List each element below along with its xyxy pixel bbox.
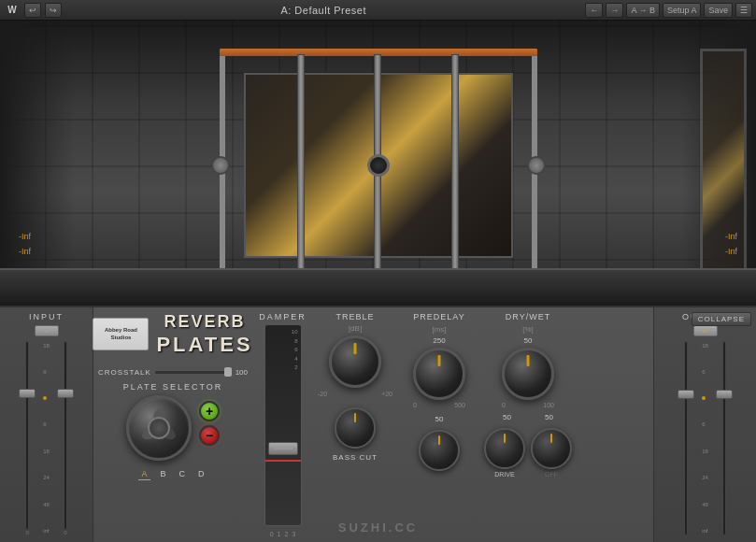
plate-selector-label: PLATE SELECTOR [123, 382, 223, 392]
input-fader-right: 0 [51, 341, 79, 535]
bass-cut-knob[interactable] [335, 407, 376, 449]
reverb-text: REVERB [156, 312, 252, 333]
vu-left: -Inf -Inf [19, 229, 31, 259]
analog-knob[interactable] [531, 428, 572, 469]
input-section: INPUT 0 18 6 6 18 24 48 inf [0, 307, 93, 542]
predelay-scale-right: 500 [454, 402, 465, 408]
plate-tab-a[interactable]: A [138, 468, 150, 480]
treble-unit: [dB] [349, 324, 362, 333]
damper-scale: 10 8 6 4 2 [268, 328, 298, 373]
room-floor [0, 268, 756, 306]
drywet-knob[interactable] [502, 348, 554, 400]
room-left-wall [0, 21, 75, 306]
predelay-unit: [ms] [432, 325, 446, 334]
input-link-button[interactable] [35, 325, 59, 336]
analog-knob-col: OFF [531, 428, 572, 478]
center-controls: Abbey Road Studios REVERB PLATES CROSSTA… [93, 307, 653, 542]
add-plate-button[interactable]: + [199, 401, 220, 421]
drywet-bottom-right: 50 [545, 413, 553, 421]
damper-fader[interactable]: 10 8 6 4 2 [264, 324, 302, 526]
treble-knob[interactable] [329, 335, 381, 388]
save-button[interactable]: Save [704, 3, 733, 18]
predelay-top-value: 250 [433, 336, 445, 345]
output-fader-right-track[interactable] [715, 341, 734, 535]
plate-tab-c[interactable]: C [177, 468, 189, 480]
crosstalk-row: CROSSTALK 100 [98, 368, 248, 377]
crosstalk-value: 100 [235, 368, 248, 377]
output-fader-left-track[interactable] [677, 341, 695, 535]
bass-cut-label: BASS CUT [333, 453, 378, 462]
plate-left-mount [211, 156, 230, 175]
output-fader-right-bg [722, 341, 726, 535]
plate-center-mount [367, 154, 390, 177]
output-fader-pair: 18 6 6 18 24 48 inf [670, 339, 740, 537]
plate-selector-knob[interactable] [126, 395, 192, 461]
output-fader-right-thumb[interactable] [716, 390, 733, 399]
drive-label: DRIVE [494, 471, 514, 478]
undo-button[interactable]: ↩ [24, 3, 41, 18]
top-bar-right: ← → A → B Setup A Save ☰ [585, 3, 752, 18]
output-section: OUTPUT 18 6 6 18 24 48 inf [653, 307, 756, 542]
remove-plate-button[interactable]: − [199, 425, 220, 446]
plate-frame [220, 49, 537, 282]
damper-redline [265, 460, 301, 462]
input-fader-right-bg [64, 341, 67, 530]
predelay-knobs: 0 500 [413, 348, 465, 408]
svg-point-0 [153, 409, 164, 428]
ab-button[interactable]: A → B [626, 3, 660, 18]
predelay-bottom-value: 50 [435, 415, 444, 423]
damper-section: DAMPER 10 8 6 4 2 0123 [252, 312, 313, 537]
input-fader-right-track[interactable] [56, 341, 75, 530]
abbey-road-line1: Abbey Road [105, 327, 137, 335]
room-visualization: -Inf -Inf -Inf -Inf [0, 21, 756, 306]
drywet-scale: 0 100 [502, 402, 554, 408]
plates-text: PLATES [156, 333, 252, 357]
output-fader-left [672, 341, 700, 535]
damper-label: DAMPER [259, 312, 307, 321]
predelay-knob[interactable] [413, 348, 465, 400]
drywet-section: DRY/WET [%] 50 0 100 50 50 DRIVE [486, 312, 570, 537]
drywet-unit: [%] [522, 325, 534, 334]
collapse-button[interactable]: COLLAPSE [692, 312, 751, 326]
predelay-fine-knob[interactable] [419, 430, 460, 471]
input-fader-left-track[interactable] [18, 341, 36, 530]
plate-tabs: A B C D [138, 468, 207, 480]
treble-section: TREBLE [dB] -20 +20 BASS CUT [318, 312, 392, 537]
drive-knob[interactable] [484, 428, 525, 469]
drywet-scale-left: 0 [502, 402, 506, 408]
input-fader-left-thumb[interactable] [19, 389, 36, 398]
arrow-left-button[interactable]: ← [585, 3, 603, 18]
plate-tab-d[interactable]: D [195, 468, 207, 480]
abbey-road-logo: Abbey Road Studios [93, 318, 149, 350]
input-fader-pair: 0 18 6 6 18 24 48 inf 0 [11, 339, 81, 537]
drywet-knob-col: 0 100 [502, 348, 554, 408]
damper-handle[interactable] [268, 442, 298, 455]
crosstalk-slider[interactable] [155, 371, 232, 374]
drywet-label: DRY/WET [506, 312, 550, 322]
drywet-top-value: 50 [524, 336, 533, 345]
plate-tab-b[interactable]: B [158, 468, 169, 480]
plate-bar-1 [297, 54, 305, 277]
damper-numbers: 0123 [270, 531, 296, 537]
output-scale: 18 6 6 18 24 48 inf [702, 341, 708, 535]
menu-button[interactable]: ☰ [735, 3, 752, 18]
predelay-scale: 0 500 [413, 402, 465, 408]
input-fader-right-thumb[interactable] [57, 389, 74, 398]
input-fader-right-scale: 0 [64, 530, 66, 535]
output-link-button[interactable] [693, 325, 718, 336]
output-fader-left-thumb[interactable] [678, 390, 694, 399]
predelay-label: PREDELAY [413, 312, 464, 322]
setup-button[interactable]: Setup A [663, 3, 702, 18]
input-fader-left: 0 [13, 341, 41, 535]
svg-point-1 [156, 423, 178, 442]
waves-logo: W [4, 3, 21, 18]
arrow-right-button[interactable]: → [606, 3, 623, 18]
treble-scale-right: +20 [381, 391, 392, 397]
analog-off-label: OFF [545, 471, 558, 478]
abbey-road-line2: Studios [110, 335, 131, 342]
crosstalk-slider-handle[interactable] [224, 367, 232, 377]
room-right-mirror [700, 49, 747, 282]
input-fader-left-scale: 0 [25, 530, 28, 535]
logo-panel: Abbey Road Studios REVERB PLATES CROSSTA… [98, 312, 248, 537]
redo-button[interactable]: ↪ [45, 3, 62, 18]
